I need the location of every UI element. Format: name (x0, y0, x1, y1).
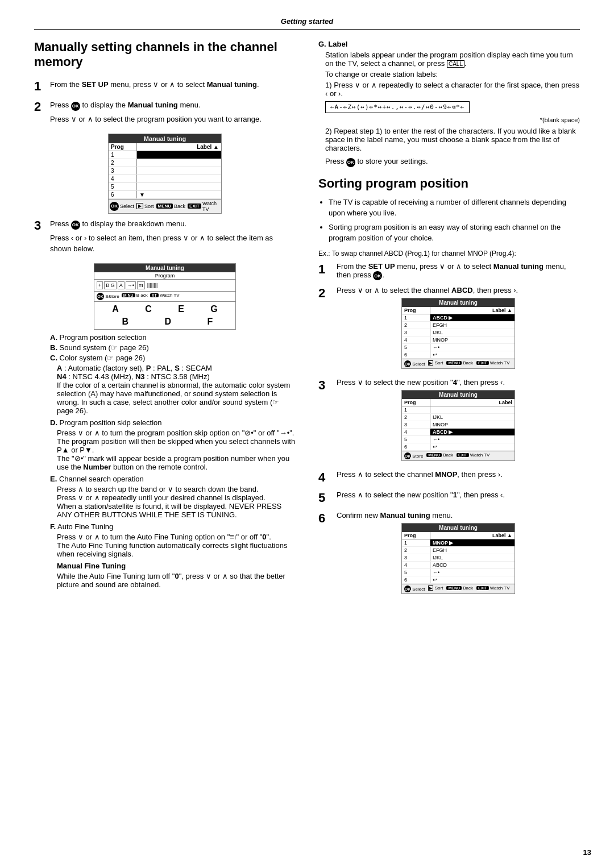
ft-sort: ▶ Sort (428, 360, 443, 367)
pl: ↩ (430, 443, 515, 450)
pt3-row-2: 2 IJKL (402, 414, 515, 421)
pt6-row-1: 1 MNOP ▶ (402, 539, 515, 547)
breakdown-diagram: Manual tuning Program + B G A →• ≡ı ||||… (94, 263, 236, 330)
table-1-row-1: 1 (109, 151, 221, 159)
pt3-row-3: 3 MNOP (402, 421, 515, 429)
sorting-title: Sorting program position (318, 176, 580, 191)
footer-menu: MENU Back (156, 201, 186, 212)
pl: MNOP (430, 337, 515, 343)
letter-g: G (210, 304, 217, 314)
pt6-footer: OK Select ▶ Sort MENU Back EXIT Watch TV (402, 584, 515, 593)
bd-letters: A C E G (94, 302, 235, 317)
pt2-row-4: 4 MNOP (402, 337, 515, 344)
section-g-text2: To change or create station labels: (325, 70, 580, 78)
pl: ←• (430, 436, 515, 443)
section-c-title: C. Color system (☞ page 26) (50, 354, 296, 362)
section-e-title: E. Channel search operation (50, 475, 296, 483)
table-1-col-headers: Prog Label ▲ (109, 143, 221, 151)
s1-text: From the SET UP menu, press ∨ or ∧ to se… (337, 262, 580, 281)
pt2-col-head: Prog Label ▲ (402, 307, 515, 314)
section-g-content: Station labels appear under the program … (325, 51, 580, 152)
s5-content: Press ∧ to select the new position "1", … (337, 491, 580, 505)
pl: EFGH (430, 322, 515, 329)
letter-d: D (165, 317, 172, 327)
pl: EFGH (430, 547, 515, 554)
s1-num: 1 (318, 262, 333, 281)
s4-content: Press ∧ to select the channel MNOP, then… (337, 470, 580, 485)
sections-a-f: A. Program position selection B. Sound s… (34, 333, 296, 589)
example-text: Ex.: To swap channel ABCD (Prog.1) for c… (318, 250, 580, 258)
menu-icon: MENU (446, 586, 462, 590)
ft-store: OK Store (404, 452, 423, 459)
pl: ↩ (430, 351, 515, 358)
pc: 5 (402, 344, 430, 351)
page-header: Getting started (34, 17, 580, 30)
pl: MNOP (430, 421, 515, 428)
pt3-header: Manual tuning (402, 391, 515, 399)
sort-icon: ▶ (428, 360, 433, 366)
label-val (137, 151, 221, 159)
prog-table-step3: Manual tuning Prog Label 1 2 IJKL (401, 390, 515, 461)
section-b-title: B. Sound system (☞ page 26) (50, 343, 296, 352)
ok-icon: OK (404, 360, 411, 367)
ft-sort-6: ▶ Sort (428, 585, 443, 592)
label-val (137, 183, 221, 190)
section-d-text3: The "⊘•" mark will appear beside a progr… (57, 454, 296, 471)
pt2-row-2: 2 EFGH (402, 322, 515, 329)
pc: 3 (402, 329, 430, 336)
label-val (137, 175, 221, 182)
prog-num: 2 (109, 159, 137, 167)
pc: 2 (402, 547, 430, 554)
sorting-step-1: 1 From the SET UP menu, press ∨ or ∧ to … (318, 262, 580, 281)
pc: 4 (402, 562, 430, 568)
section-f2-detail: While the Auto Fine Tuning turn off "0",… (57, 572, 296, 589)
section-d-text1: Press ∨ or ∧ to turn the program positio… (57, 429, 296, 437)
call-btn: CALL (447, 60, 464, 68)
pt6-ph: Prog (402, 532, 430, 539)
pl (430, 406, 515, 413)
pt2-row-5: 5 ←• (402, 344, 515, 351)
pt2-header: Manual tuning (402, 298, 515, 307)
section-f-title: F. Auto Fine Tuning (50, 522, 296, 531)
table-1-row-2: 2 (109, 159, 221, 167)
pl: IJKL (430, 554, 515, 561)
pc: 6 (402, 576, 430, 583)
pt3-row-4: 4 ABCD ▶ (402, 429, 515, 436)
bd-title: Manual tuning (94, 264, 235, 272)
menu-icon: MENU (156, 203, 173, 209)
bd-icon-a: A (118, 281, 125, 289)
ft-menu-6: MENU Back (446, 585, 473, 592)
ft-exit: EXIT Watch TV (476, 360, 509, 367)
sorting-bullets: The TV is capable of receiving a number … (318, 197, 580, 244)
section-a-title: A. Program position selection (50, 333, 296, 342)
step-2-text: Press OK to display the Manual tuning me… (50, 99, 296, 111)
sorting-step-3: 3 Press ∨ to select the new position "4"… (318, 378, 580, 464)
bd-icon-plus: + (97, 281, 103, 289)
pc: 6 (402, 443, 430, 450)
letter-c: C (145, 304, 152, 314)
pc: 1 (402, 314, 430, 321)
s4-text: Press ∧ to select the channel MNOP, then… (337, 470, 580, 479)
sorting-step-2: 2 Press ∨ or ∧ to select the channel ABC… (318, 286, 580, 372)
page: Getting started Manually setting channel… (0, 0, 614, 868)
bd-icon-bars: |||||||| (146, 282, 159, 289)
pl: ABCD ▶ (430, 429, 515, 435)
sorting-step-6: 6 Confirm new Manual tuning menu. Manual… (318, 511, 580, 597)
pt2-footer: OK Select ▶ Sort MENU Back EXIT Watch TV (402, 359, 515, 368)
prog-num: 6 (109, 191, 137, 198)
footer-ok: OK Select (110, 201, 134, 212)
step-3: 3 Press OK to display the breakdown menu… (34, 218, 296, 258)
section-d-title: D. Program position skip selection (50, 418, 296, 427)
s6-content: Confirm new Manual tuning menu. Manual t… (337, 511, 580, 597)
section-e-text2: Press ∨ or ∧ repeatedly until your desir… (57, 493, 296, 502)
step-1: 1 From the SET UP menu, press ∨ or ∧ to … (34, 79, 296, 94)
pt2-row-6: 6 ↩ (402, 351, 515, 359)
label-val (137, 159, 221, 167)
ft-exit: EXIT Watch TV (457, 452, 489, 459)
section-d-detail: Press ∨ or ∧ to turn the program positio… (57, 429, 296, 471)
section-e-text3: When a station/satellite is found, it wi… (57, 502, 296, 519)
ok-icon-bd: OK (97, 293, 104, 300)
col-label: Label ▲ (137, 143, 221, 151)
prog-num: 5 (109, 183, 137, 190)
section-e-text1: Press ∧ to search up the band or ∨ to se… (57, 485, 296, 493)
